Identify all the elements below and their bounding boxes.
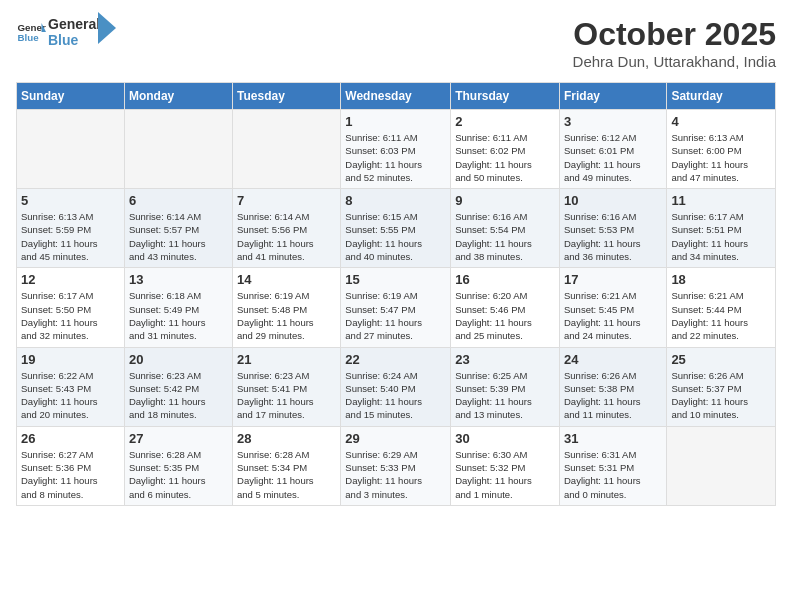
- day-info: Sunrise: 6:19 AM Sunset: 5:48 PM Dayligh…: [237, 289, 336, 342]
- calendar-cell: 11Sunrise: 6:17 AM Sunset: 5:51 PM Dayli…: [667, 189, 776, 268]
- day-info: Sunrise: 6:29 AM Sunset: 5:33 PM Dayligh…: [345, 448, 446, 501]
- day-info: Sunrise: 6:25 AM Sunset: 5:39 PM Dayligh…: [455, 369, 555, 422]
- calendar-cell: 4Sunrise: 6:13 AM Sunset: 6:00 PM Daylig…: [667, 110, 776, 189]
- calendar-cell: 26Sunrise: 6:27 AM Sunset: 5:36 PM Dayli…: [17, 426, 125, 505]
- calendar-week-row: 19Sunrise: 6:22 AM Sunset: 5:43 PM Dayli…: [17, 347, 776, 426]
- day-number: 8: [345, 193, 446, 208]
- page-header: General Blue General Blue October 2025 D…: [16, 16, 776, 70]
- day-number: 2: [455, 114, 555, 129]
- day-info: Sunrise: 6:24 AM Sunset: 5:40 PM Dayligh…: [345, 369, 446, 422]
- calendar-week-row: 5Sunrise: 6:13 AM Sunset: 5:59 PM Daylig…: [17, 189, 776, 268]
- calendar-cell: 18Sunrise: 6:21 AM Sunset: 5:44 PM Dayli…: [667, 268, 776, 347]
- weekday-header-sunday: Sunday: [17, 83, 125, 110]
- day-info: Sunrise: 6:16 AM Sunset: 5:54 PM Dayligh…: [455, 210, 555, 263]
- calendar-cell: 25Sunrise: 6:26 AM Sunset: 5:37 PM Dayli…: [667, 347, 776, 426]
- weekday-header-monday: Monday: [124, 83, 232, 110]
- day-number: 29: [345, 431, 446, 446]
- day-number: 25: [671, 352, 771, 367]
- day-number: 15: [345, 272, 446, 287]
- calendar-cell: 3Sunrise: 6:12 AM Sunset: 6:01 PM Daylig…: [559, 110, 666, 189]
- day-info: Sunrise: 6:19 AM Sunset: 5:47 PM Dayligh…: [345, 289, 446, 342]
- calendar-cell: 27Sunrise: 6:28 AM Sunset: 5:35 PM Dayli…: [124, 426, 232, 505]
- day-info: Sunrise: 6:28 AM Sunset: 5:34 PM Dayligh…: [237, 448, 336, 501]
- calendar-cell: 10Sunrise: 6:16 AM Sunset: 5:53 PM Dayli…: [559, 189, 666, 268]
- calendar-cell: 12Sunrise: 6:17 AM Sunset: 5:50 PM Dayli…: [17, 268, 125, 347]
- calendar-table: SundayMondayTuesdayWednesdayThursdayFrid…: [16, 82, 776, 506]
- day-number: 11: [671, 193, 771, 208]
- calendar-week-row: 12Sunrise: 6:17 AM Sunset: 5:50 PM Dayli…: [17, 268, 776, 347]
- day-number: 23: [455, 352, 555, 367]
- day-info: Sunrise: 6:11 AM Sunset: 6:02 PM Dayligh…: [455, 131, 555, 184]
- day-number: 12: [21, 272, 120, 287]
- calendar-cell: [667, 426, 776, 505]
- calendar-cell: 16Sunrise: 6:20 AM Sunset: 5:46 PM Dayli…: [451, 268, 560, 347]
- calendar-cell: [124, 110, 232, 189]
- day-info: Sunrise: 6:22 AM Sunset: 5:43 PM Dayligh…: [21, 369, 120, 422]
- day-number: 4: [671, 114, 771, 129]
- day-info: Sunrise: 6:13 AM Sunset: 5:59 PM Dayligh…: [21, 210, 120, 263]
- calendar-week-row: 1Sunrise: 6:11 AM Sunset: 6:03 PM Daylig…: [17, 110, 776, 189]
- day-info: Sunrise: 6:13 AM Sunset: 6:00 PM Dayligh…: [671, 131, 771, 184]
- calendar-cell: 17Sunrise: 6:21 AM Sunset: 5:45 PM Dayli…: [559, 268, 666, 347]
- day-number: 21: [237, 352, 336, 367]
- day-number: 18: [671, 272, 771, 287]
- calendar-cell: 14Sunrise: 6:19 AM Sunset: 5:48 PM Dayli…: [233, 268, 341, 347]
- calendar-cell: 28Sunrise: 6:28 AM Sunset: 5:34 PM Dayli…: [233, 426, 341, 505]
- day-number: 14: [237, 272, 336, 287]
- calendar-cell: 30Sunrise: 6:30 AM Sunset: 5:32 PM Dayli…: [451, 426, 560, 505]
- day-info: Sunrise: 6:17 AM Sunset: 5:51 PM Dayligh…: [671, 210, 771, 263]
- calendar-cell: [233, 110, 341, 189]
- day-info: Sunrise: 6:16 AM Sunset: 5:53 PM Dayligh…: [564, 210, 662, 263]
- day-info: Sunrise: 6:26 AM Sunset: 5:37 PM Dayligh…: [671, 369, 771, 422]
- day-info: Sunrise: 6:17 AM Sunset: 5:50 PM Dayligh…: [21, 289, 120, 342]
- calendar-cell: 15Sunrise: 6:19 AM Sunset: 5:47 PM Dayli…: [341, 268, 451, 347]
- calendar-cell: 19Sunrise: 6:22 AM Sunset: 5:43 PM Dayli…: [17, 347, 125, 426]
- day-number: 1: [345, 114, 446, 129]
- calendar-cell: 21Sunrise: 6:23 AM Sunset: 5:41 PM Dayli…: [233, 347, 341, 426]
- logo-text-general: General: [48, 16, 100, 32]
- day-info: Sunrise: 6:14 AM Sunset: 5:57 PM Dayligh…: [129, 210, 228, 263]
- svg-marker-3: [98, 12, 116, 44]
- calendar-cell: 6Sunrise: 6:14 AM Sunset: 5:57 PM Daylig…: [124, 189, 232, 268]
- day-number: 6: [129, 193, 228, 208]
- calendar-cell: 29Sunrise: 6:29 AM Sunset: 5:33 PM Dayli…: [341, 426, 451, 505]
- calendar-cell: 31Sunrise: 6:31 AM Sunset: 5:31 PM Dayli…: [559, 426, 666, 505]
- calendar-cell: 22Sunrise: 6:24 AM Sunset: 5:40 PM Dayli…: [341, 347, 451, 426]
- calendar-cell: 7Sunrise: 6:14 AM Sunset: 5:56 PM Daylig…: [233, 189, 341, 268]
- day-info: Sunrise: 6:28 AM Sunset: 5:35 PM Dayligh…: [129, 448, 228, 501]
- day-number: 24: [564, 352, 662, 367]
- calendar-cell: 8Sunrise: 6:15 AM Sunset: 5:55 PM Daylig…: [341, 189, 451, 268]
- day-number: 17: [564, 272, 662, 287]
- weekday-header-wednesday: Wednesday: [341, 83, 451, 110]
- calendar-week-row: 26Sunrise: 6:27 AM Sunset: 5:36 PM Dayli…: [17, 426, 776, 505]
- calendar-header-row: SundayMondayTuesdayWednesdayThursdayFrid…: [17, 83, 776, 110]
- day-number: 27: [129, 431, 228, 446]
- calendar-cell: 1Sunrise: 6:11 AM Sunset: 6:03 PM Daylig…: [341, 110, 451, 189]
- day-number: 7: [237, 193, 336, 208]
- calendar-cell: 23Sunrise: 6:25 AM Sunset: 5:39 PM Dayli…: [451, 347, 560, 426]
- day-number: 20: [129, 352, 228, 367]
- location: Dehra Dun, Uttarakhand, India: [573, 53, 776, 70]
- day-info: Sunrise: 6:14 AM Sunset: 5:56 PM Dayligh…: [237, 210, 336, 263]
- weekday-header-saturday: Saturday: [667, 83, 776, 110]
- day-info: Sunrise: 6:30 AM Sunset: 5:32 PM Dayligh…: [455, 448, 555, 501]
- day-info: Sunrise: 6:15 AM Sunset: 5:55 PM Dayligh…: [345, 210, 446, 263]
- day-info: Sunrise: 6:23 AM Sunset: 5:42 PM Dayligh…: [129, 369, 228, 422]
- calendar-cell: 13Sunrise: 6:18 AM Sunset: 5:49 PM Dayli…: [124, 268, 232, 347]
- day-info: Sunrise: 6:12 AM Sunset: 6:01 PM Dayligh…: [564, 131, 662, 184]
- day-info: Sunrise: 6:11 AM Sunset: 6:03 PM Dayligh…: [345, 131, 446, 184]
- day-number: 30: [455, 431, 555, 446]
- day-number: 9: [455, 193, 555, 208]
- day-number: 19: [21, 352, 120, 367]
- day-info: Sunrise: 6:21 AM Sunset: 5:45 PM Dayligh…: [564, 289, 662, 342]
- day-number: 13: [129, 272, 228, 287]
- logo-arrow-icon: [98, 12, 116, 44]
- calendar-cell: 24Sunrise: 6:26 AM Sunset: 5:38 PM Dayli…: [559, 347, 666, 426]
- day-info: Sunrise: 6:20 AM Sunset: 5:46 PM Dayligh…: [455, 289, 555, 342]
- logo: General Blue General Blue: [16, 16, 116, 48]
- day-info: Sunrise: 6:21 AM Sunset: 5:44 PM Dayligh…: [671, 289, 771, 342]
- logo-icon: General Blue: [16, 17, 46, 47]
- day-number: 28: [237, 431, 336, 446]
- day-number: 5: [21, 193, 120, 208]
- day-number: 16: [455, 272, 555, 287]
